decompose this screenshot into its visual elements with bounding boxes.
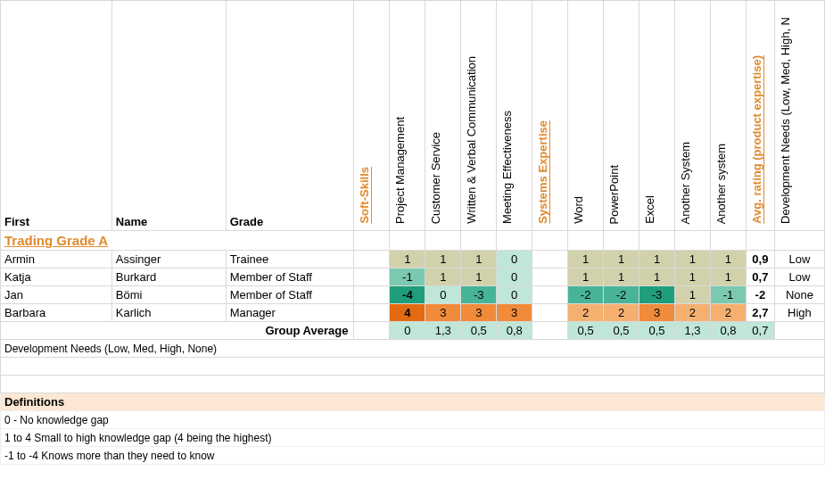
- cell-sys[interactable]: 3: [639, 304, 675, 322]
- cell-name[interactable]: Karlich: [111, 304, 226, 322]
- cell-skill[interactable]: 0: [497, 286, 532, 304]
- cell-skill[interactable]: 0: [497, 251, 532, 269]
- cell-sys[interactable]: 1: [568, 269, 604, 286]
- cell-skill[interactable]: 4: [390, 304, 425, 322]
- cell-first[interactable]: Armin: [1, 251, 112, 269]
- avg-sys[interactable]: 0,5: [604, 322, 639, 340]
- cell-skill[interactable]: -3: [461, 286, 497, 304]
- header-first: First: [1, 1, 112, 231]
- cell-grade[interactable]: Member of Staff: [226, 269, 354, 286]
- skills-matrix-table: First Name Grade Soft-Skills Project Man…: [0, 0, 825, 465]
- cell-sys[interactable]: -2: [604, 286, 639, 304]
- cell-skill[interactable]: 1: [390, 251, 425, 269]
- header-skill-2: Written & Verbal Communication: [461, 1, 497, 231]
- cell-avg[interactable]: 0,7: [746, 269, 774, 286]
- table-row: Jan Bömi Member of Staff -4 0 -3 0 -2 -2…: [1, 286, 825, 304]
- header-name: Name: [111, 1, 226, 231]
- definitions-title: Definitions: [1, 393, 825, 411]
- cell-sys[interactable]: 2: [568, 304, 604, 322]
- avg-skill[interactable]: 1,3: [425, 322, 461, 340]
- avg-sys[interactable]: 0,5: [568, 322, 604, 340]
- cell-name[interactable]: Assinger: [111, 251, 226, 269]
- cell-avg[interactable]: -2: [746, 286, 774, 304]
- cell-skill[interactable]: 1: [425, 251, 461, 269]
- header-systems-expertise: Systems Expertise: [532, 1, 568, 231]
- cell-avg[interactable]: 0,9: [746, 251, 774, 269]
- avg-sys[interactable]: 1,3: [674, 322, 710, 340]
- header-soft-skills: Soft-Skills: [354, 1, 390, 231]
- cell-sys[interactable]: 1: [710, 251, 746, 269]
- header-sys-2: Excel: [639, 1, 675, 231]
- avg-skill[interactable]: 0,8: [497, 322, 532, 340]
- avg-skill[interactable]: 0: [390, 322, 425, 340]
- cell-first[interactable]: Katja: [1, 269, 112, 286]
- cell-sys[interactable]: 1: [604, 269, 639, 286]
- cell-sys[interactable]: 1: [639, 269, 675, 286]
- dev-needs-label-row: Development Needs (Low, Med, High, None): [1, 340, 825, 358]
- cell-skill[interactable]: -1: [390, 269, 425, 286]
- cell-first[interactable]: Barbara: [1, 304, 112, 322]
- definitions-line: 1 to 4 Small to high knowledge gap (4 be…: [1, 429, 825, 447]
- cell-name[interactable]: Burkard: [111, 269, 226, 286]
- cell-avg[interactable]: 2,7: [746, 304, 774, 322]
- cell-sys[interactable]: 1: [710, 269, 746, 286]
- header-avg-rating: Avg. rating (product expertise): [746, 1, 774, 231]
- avg-sys[interactable]: 0,5: [639, 322, 675, 340]
- cell-dev[interactable]: None: [774, 286, 824, 304]
- cell-sys[interactable]: 1: [604, 251, 639, 269]
- group-average-label: Group Average: [1, 322, 354, 340]
- cell-skill[interactable]: 3: [497, 304, 532, 322]
- cell-sys[interactable]: 1: [674, 251, 710, 269]
- header-dev-needs: Development Needs (Low, Med, High, N: [774, 1, 824, 231]
- cell-dev[interactable]: Low: [774, 269, 824, 286]
- cell-skill[interactable]: 1: [461, 251, 497, 269]
- definitions-line: -1 to -4 Knows more than they need to kn…: [1, 447, 825, 465]
- cell-sys[interactable]: 1: [674, 286, 710, 304]
- header-skill-0: Project Management: [390, 1, 425, 231]
- definitions-line: 0 - No knowledge gap: [1, 411, 825, 429]
- header-grade: Grade: [226, 1, 354, 231]
- cell-first[interactable]: Jan: [1, 286, 112, 304]
- avg-total[interactable]: 0,7: [746, 322, 774, 340]
- cell-sys[interactable]: 1: [568, 251, 604, 269]
- table-row: Barbara Karlich Manager 4 3 3 3 2 2 3 2 …: [1, 304, 825, 322]
- cell-dev[interactable]: Low: [774, 251, 824, 269]
- header-skill-3: Meeting Effectiveness: [497, 1, 532, 231]
- cell-sys[interactable]: 1: [674, 269, 710, 286]
- cell-skill[interactable]: 3: [461, 304, 497, 322]
- cell-sys[interactable]: 1: [639, 251, 675, 269]
- header-sys-0: Word: [568, 1, 604, 231]
- cell-grade[interactable]: Trainee: [226, 251, 354, 269]
- table-row: Armin Assinger Trainee 1 1 1 0 1 1 1 1 1…: [1, 251, 825, 269]
- cell-grade[interactable]: Member of Staff: [226, 286, 354, 304]
- cell-sys[interactable]: 2: [710, 304, 746, 322]
- cell-skill[interactable]: 3: [425, 304, 461, 322]
- cell-sys[interactable]: -3: [639, 286, 675, 304]
- cell-sys[interactable]: -1: [710, 286, 746, 304]
- group-average-row: Group Average 0 1,3 0,5 0,8 0,5 0,5 0,5 …: [1, 322, 825, 340]
- cell-name[interactable]: Bömi: [111, 286, 226, 304]
- header-sys-3: Another System: [674, 1, 710, 231]
- avg-sys[interactable]: 0,8: [710, 322, 746, 340]
- cell-skill[interactable]: 1: [461, 269, 497, 286]
- cell-sys[interactable]: 2: [604, 304, 639, 322]
- header-skill-1: Customer Service: [425, 1, 461, 231]
- table-row: Katja Burkard Member of Staff -1 1 1 0 1…: [1, 269, 825, 286]
- cell-grade[interactable]: Manager: [226, 304, 354, 322]
- avg-skill[interactable]: 0,5: [461, 322, 497, 340]
- cell-skill[interactable]: 0: [425, 286, 461, 304]
- header-sys-1: PowerPoint: [604, 1, 639, 231]
- section-title: Trading Grade A: [1, 231, 354, 251]
- cell-skill[interactable]: -4: [390, 286, 425, 304]
- cell-dev[interactable]: High: [774, 304, 824, 322]
- header-sys-4: Another system: [710, 1, 746, 231]
- cell-sys[interactable]: -2: [568, 286, 604, 304]
- cell-skill[interactable]: 1: [425, 269, 461, 286]
- cell-sys[interactable]: 2: [674, 304, 710, 322]
- cell-skill[interactable]: 0: [497, 269, 532, 286]
